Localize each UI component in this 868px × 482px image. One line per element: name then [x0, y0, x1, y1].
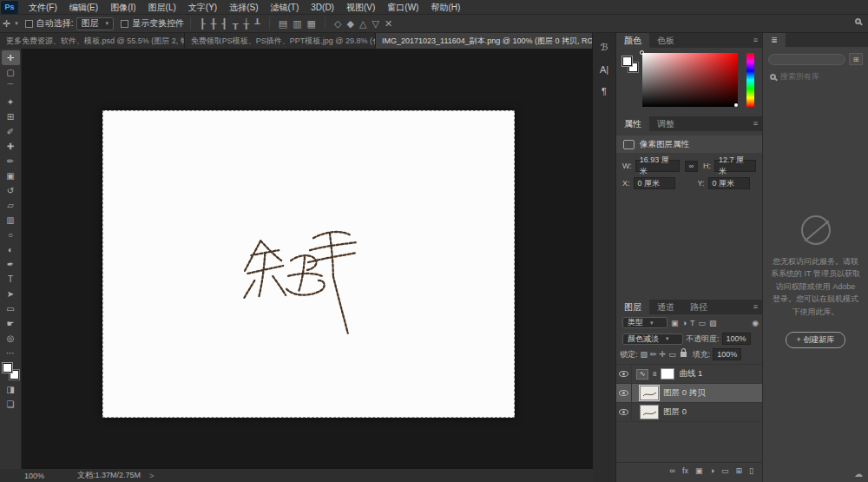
filter-type-icon[interactable]: T [690, 319, 695, 327]
auto-select-checkbox[interactable] [25, 20, 33, 28]
clone-stamp-tool[interactable]: ▣ [2, 168, 20, 183]
canvas-pasteboard[interactable] [22, 49, 593, 469]
tool-preset-caret-icon[interactable]: ▾ [15, 20, 18, 27]
library-select-dropdown[interactable] [768, 54, 845, 65]
tab-properties[interactable]: 属性 [616, 116, 649, 131]
crop-tool[interactable]: ⊞ [2, 109, 20, 124]
document-tab-active[interactable]: IMG_20171023_111604_副本.png @ 100% (图层 0 … [376, 33, 593, 49]
layer-name[interactable]: 图层 0 拷贝 [663, 387, 706, 399]
screen-mode-button[interactable]: ❏ [2, 397, 20, 412]
x-field[interactable]: 0 厘米 [634, 177, 675, 189]
menu-filter[interactable]: 滤镜(T) [265, 0, 306, 15]
menu-select[interactable]: 选择(S) [223, 0, 264, 15]
align-middle-icon[interactable]: ╁ [244, 18, 250, 30]
history-panel-icon[interactable]: ℬ [601, 42, 608, 53]
layer-row-background[interactable]: 图层 0 [616, 403, 762, 422]
document-tab[interactable]: 更多免费资源、软件、模板.psd @ 55.5% (图层 2, 铬... × [0, 33, 185, 49]
align-right-icon[interactable]: ┨ [221, 18, 227, 30]
hue-slider[interactable] [746, 53, 754, 107]
filter-smartobject-icon[interactable]: ▨ [709, 319, 717, 327]
tab-layers[interactable]: 图层 [616, 300, 649, 314]
layer-mask-thumbnail[interactable] [661, 368, 674, 380]
distribute-icon[interactable]: ▦ [307, 18, 316, 30]
menu-window[interactable]: 窗口(W) [381, 0, 424, 15]
auto-select-dropdown[interactable]: 图层 ▾ [76, 17, 115, 30]
quick-mask-button[interactable]: ◨ [2, 382, 20, 397]
menu-image[interactable]: 图像(I) [104, 0, 141, 15]
menu-3d[interactable]: 3D(D) [305, 0, 340, 15]
zoom-tool[interactable]: ◎ [2, 331, 20, 346]
opacity-field[interactable]: 100% [722, 333, 751, 345]
y-field[interactable]: 0 厘米 [708, 177, 750, 189]
quick-selection-tool[interactable]: ✦ [2, 95, 20, 109]
menu-view[interactable]: 视图(V) [340, 0, 381, 15]
lasso-tool[interactable]: ⌒ [2, 80, 20, 95]
layer-row-curves[interactable]: ∿ 8 曲线 1 [616, 365, 762, 384]
visibility-toggle[interactable] [616, 365, 632, 383]
marquee-tool[interactable]: ▢ [2, 65, 20, 80]
menu-type[interactable]: 文字(Y) [182, 0, 223, 15]
zoom-level-field[interactable]: 100% [24, 472, 44, 480]
paragraph-panel-icon[interactable]: ¶ [602, 86, 607, 96]
align-center-icon[interactable]: ╂ [211, 18, 217, 30]
layer-row-copy[interactable]: 图层 0 拷贝 [616, 384, 762, 403]
eraser-tool[interactable]: ▱ [2, 198, 20, 213]
foreground-color-swatch[interactable] [3, 363, 12, 373]
align-bottom-icon[interactable]: ┸ [254, 18, 260, 30]
edit-toolbar-button[interactable]: ⋯ [2, 346, 20, 360]
panel-menu-icon[interactable]: ≡ [749, 116, 762, 131]
panel-menu-icon[interactable]: ≡ [749, 33, 762, 48]
healing-brush-tool[interactable]: ✚ [2, 139, 20, 154]
tab-adjustments[interactable]: 调整 [649, 116, 682, 131]
distribute-icon[interactable]: ▤ [279, 18, 287, 30]
delete-layer-icon[interactable]: ▯ [749, 466, 753, 475]
filter-image-icon[interactable]: ▣ [671, 319, 679, 327]
status-chevron-icon[interactable]: > [149, 472, 154, 480]
layer-thumbnail[interactable] [640, 386, 659, 400]
blur-tool[interactable]: ○ [2, 228, 20, 242]
lock-all-icon[interactable] [681, 352, 687, 357]
3d-mode-icon[interactable]: ✕ [385, 18, 392, 30]
character-panel-icon[interactable]: A| [600, 64, 608, 75]
layer-style-icon[interactable]: fx [682, 466, 688, 475]
new-group-icon[interactable]: ▭ [721, 466, 729, 475]
show-transform-checkbox[interactable] [121, 20, 128, 28]
tab-channels[interactable]: 通道 [649, 300, 682, 314]
link-dimensions-icon[interactable]: ∞ [685, 161, 698, 172]
lock-move-icon[interactable]: ✛ [660, 350, 667, 359]
foreground-color-swatch[interactable] [622, 56, 632, 66]
brush-tool[interactable]: ✏ [2, 154, 20, 168]
filter-pin-icon[interactable]: ◉ [752, 319, 759, 327]
cloud-sync-icon[interactable]: ☁ [854, 469, 863, 479]
distribute-icon[interactable]: ▥ [293, 18, 301, 30]
new-adjustment-icon[interactable]: ◑ [710, 466, 714, 475]
tab-paths[interactable]: 路径 [682, 300, 715, 314]
libraries-search[interactable]: 搜索所有库 [763, 69, 868, 85]
visibility-toggle[interactable] [616, 403, 632, 421]
fill-field[interactable]: 100% [713, 348, 741, 360]
3d-mode-icon[interactable]: ◇ [334, 18, 341, 30]
mini-color-swatches[interactable] [622, 56, 638, 72]
add-mask-icon[interactable]: ▣ [695, 466, 703, 475]
menu-layer[interactable]: 图层(L) [142, 0, 182, 15]
new-layer-icon[interactable]: ⊞ [736, 466, 743, 475]
type-tool[interactable]: T [2, 272, 20, 287]
create-library-button[interactable]: + 创建新库 [786, 332, 846, 348]
menu-help[interactable]: 帮助(H) [424, 0, 466, 15]
path-selection-tool[interactable]: ➤ [2, 287, 20, 301]
saturation-brightness-picker[interactable] [642, 53, 738, 107]
libraries-tab-icon[interactable]: ≣ [763, 33, 786, 47]
foreground-background-swatches[interactable] [3, 363, 19, 380]
gradient-tool[interactable]: ▥ [2, 213, 20, 228]
3d-mode-icon[interactable]: ◆ [346, 18, 353, 30]
height-field[interactable]: 12.7 厘米 [714, 160, 756, 172]
layer-thumbnail[interactable] [640, 405, 659, 419]
eyedropper-tool[interactable]: ✐ [2, 124, 20, 139]
width-field[interactable]: 16.93 厘米 [635, 160, 680, 172]
visibility-toggle[interactable] [616, 384, 632, 402]
history-brush-tool[interactable]: ↺ [2, 183, 20, 198]
document-tab[interactable]: 免费领取PS模板、PS插件、PPT模板.jpg @ 29.8% (色... × [185, 33, 376, 49]
tab-swatches[interactable]: 色板 [649, 33, 682, 48]
move-tool[interactable]: ✛ [2, 50, 20, 65]
document-canvas[interactable] [102, 110, 515, 418]
